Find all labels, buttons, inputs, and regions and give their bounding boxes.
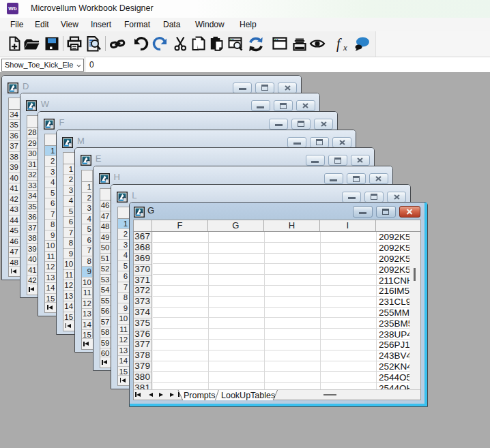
svg-text:Prompts: Prompts bbox=[184, 391, 216, 400]
svg-text:f: f bbox=[336, 36, 342, 52]
svg-text:x: x bbox=[343, 42, 347, 53]
svg-text:LookUpTables: LookUpTables bbox=[221, 391, 275, 400]
